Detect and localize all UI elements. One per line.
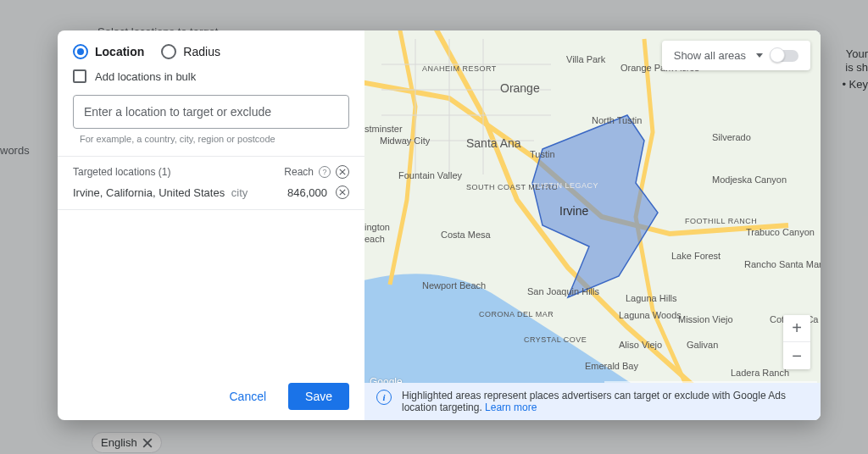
learn-more-link[interactable]: Learn more [485,401,537,413]
targeted-header: Targeted locations (1) [73,166,170,178]
map-label: Fountain Valley [398,170,462,180]
map-label: Mission Viejo [678,314,733,324]
location-name: Irvine, California, United States [73,186,225,199]
map-label: Emerald Bay [585,361,638,371]
map-label: Irvine [559,204,588,218]
bulk-label: Add locations in bulk [95,70,196,83]
left-panel: Location Radius Add locations in bulk En… [58,30,364,420]
map-label: FOOTHILL RANCH [685,217,757,225]
map-label: Midway City [380,136,430,146]
radio-radius-label: Radius [183,45,220,58]
map-label: each [364,234,385,244]
map-label: ington [364,222,390,232]
map-label: Aliso Viejo [619,340,662,350]
search-hint: For example, a country, city, region or … [58,129,364,156]
remove-all-button[interactable] [336,165,349,179]
zoom-in-button[interactable]: + [783,315,810,342]
info-banner: i Highlighted areas represent places adv… [364,383,821,420]
location-targeting-dialog: Location Radius Add locations in bulk En… [58,30,821,420]
bulk-checkbox-row[interactable]: Add locations in bulk [58,69,364,95]
cancel-button[interactable]: Cancel [219,383,276,410]
show-areas-dropdown[interactable]: Show all areas [662,41,810,70]
map-label: CORONA DEL MAR [479,310,554,318]
map-label: Laguna Hills [626,293,677,303]
map-label: stminster [364,124,403,134]
help-icon[interactable]: ? [319,166,331,178]
show-areas-label: Show all areas [674,49,746,62]
map-label: Ladera Ranch [731,368,789,378]
map-label: ANAHEIM RESORT [422,64,497,73]
radio-circle-icon [161,44,176,59]
zoom-out-button[interactable]: − [783,342,810,369]
map-label: Laguna Woods [619,310,682,320]
location-row: Irvine, California, United States city 8… [73,185,349,199]
map-label: Orange [500,81,540,95]
info-icon: i [376,390,392,405]
search-placeholder: Enter a location to target or exclude [84,105,271,119]
radio-location-label: Location [95,45,144,58]
map-label: Villa Park [566,54,605,64]
radio-circle-icon [73,44,88,59]
map-label: Modjeska Canyon [712,174,787,185]
map-label: Trabuco Canyon [746,227,815,237]
map-label: Newport Beach [422,280,486,291]
targeted-locations-section: Targeted locations (1) Reach ? Irvine, C… [58,156,364,210]
map-label: Lake Forest [671,251,721,261]
map-label: Silverado [712,132,751,142]
reach-label: Reach [284,166,314,178]
map-label: San Joaquin Hills [527,286,599,296]
dialog-footer: Cancel Save [58,373,364,420]
info-text: Highlighted areas represent places adver… [402,390,809,413]
map-label: TUSTIN LEGACY [532,181,598,190]
map-label: Santa Ana [466,136,521,150]
map-label: CRYSTAL COVE [524,335,587,344]
radio-group: Location Radius [58,44,364,69]
map-label: Costa Mesa [441,230,491,240]
location-reach: 846,000 [287,186,327,199]
location-type: city [231,186,248,199]
location-search-input[interactable]: Enter a location to target or exclude [73,95,349,129]
radio-location[interactable]: Location [73,44,144,59]
map-label: Rancho Santa Margarita [744,259,821,269]
show-areas-toggle[interactable] [771,50,798,62]
radio-radius[interactable]: Radius [161,44,220,59]
map-label: Tustin [530,149,555,159]
remove-location-button[interactable] [336,185,349,199]
checkbox-icon [73,69,86,83]
save-button[interactable]: Save [288,383,349,410]
map-label: Galivan [687,340,718,350]
map-label: North Tustin [592,115,642,125]
map-panel[interactable]: ANAHEIM RESORT Orange Villa Park Orange … [364,30,821,420]
chevron-down-icon [756,53,763,58]
zoom-control: + − [783,315,810,369]
